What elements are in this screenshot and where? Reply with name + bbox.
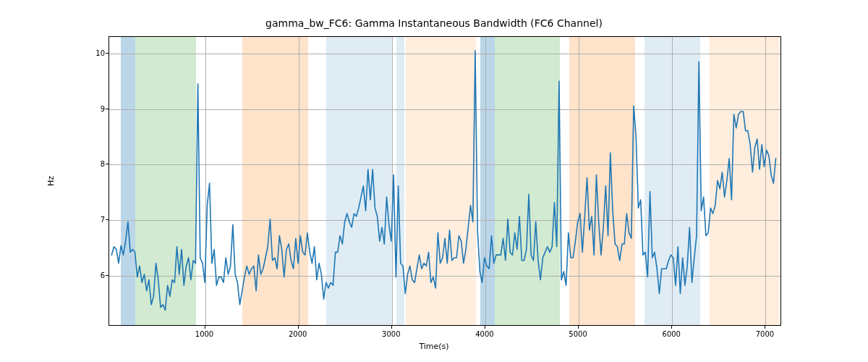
y-tick-mark bbox=[106, 275, 109, 276]
x-tick-label: 7000 bbox=[756, 330, 774, 338]
x-tick-mark bbox=[671, 326, 672, 329]
plot-area bbox=[109, 36, 781, 326]
chart-title: gamma_bw_FC6: Gamma Instantaneous Bandwi… bbox=[0, 17, 868, 29]
x-tick-label: 2000 bbox=[289, 330, 307, 338]
x-tick-label: 5000 bbox=[569, 330, 587, 338]
line-series bbox=[109, 37, 780, 325]
y-tick-mark bbox=[106, 53, 109, 54]
x-tick-mark bbox=[578, 326, 579, 329]
y-tick-label: 8 bbox=[87, 160, 105, 168]
y-axis-label: Hz bbox=[46, 176, 56, 186]
x-tick-mark bbox=[391, 326, 392, 329]
x-tick-mark bbox=[298, 326, 299, 329]
y-tick-label: 6 bbox=[87, 271, 105, 279]
y-tick-label: 9 bbox=[87, 104, 105, 112]
x-tick-label: 6000 bbox=[663, 330, 681, 338]
figure: gamma_bw_FC6: Gamma Instantaneous Bandwi… bbox=[0, 0, 868, 362]
y-tick-mark bbox=[106, 109, 109, 109]
x-tick-mark bbox=[485, 326, 485, 329]
y-tick-label: 10 bbox=[87, 49, 105, 56]
x-axis-label: Time(s) bbox=[0, 342, 868, 351]
x-tick-label: 3000 bbox=[382, 330, 400, 338]
y-tick-mark bbox=[106, 164, 109, 164]
y-tick-label: 7 bbox=[87, 215, 105, 223]
x-tick-mark bbox=[765, 326, 765, 329]
x-tick-label: 4000 bbox=[475, 330, 493, 338]
y-tick-mark bbox=[106, 219, 109, 220]
x-tick-mark bbox=[205, 326, 205, 329]
x-tick-label: 1000 bbox=[195, 330, 213, 338]
